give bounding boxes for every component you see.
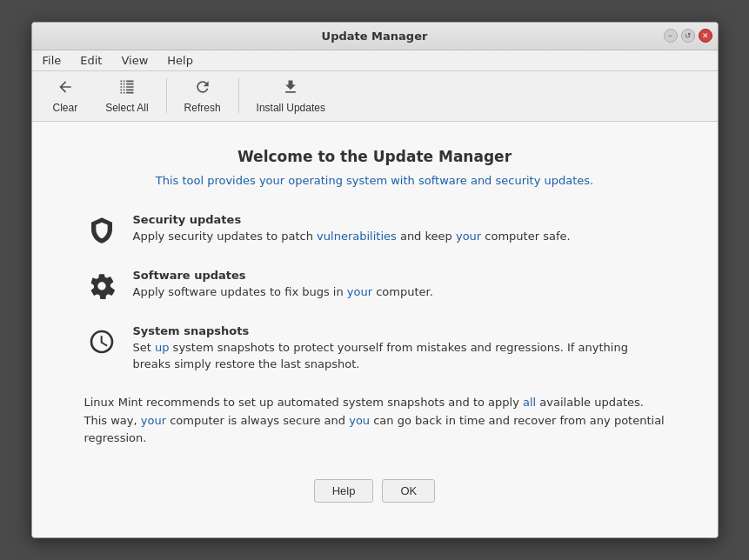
titlebar-controls: − ↺ ✕ — [664, 29, 712, 43]
main-content: Welcome to the Update Manager This tool … — [32, 122, 718, 537]
clear-button[interactable]: Clear — [39, 75, 92, 117]
menu-help[interactable]: Help — [162, 52, 198, 69]
menu-edit[interactable]: Edit — [75, 52, 107, 69]
security-updates-text: Security updates Apply security updates … — [133, 213, 571, 245]
install-updates-button[interactable]: Install Updates — [243, 75, 339, 117]
system-snapshots-icon — [84, 324, 119, 359]
snapshots-link: up — [155, 341, 170, 354]
install-updates-label: Install Updates — [257, 102, 325, 114]
welcome-subtitle-text1: This tool provides your operating system — [156, 174, 387, 187]
security-updates-item: Security updates Apply security updates … — [84, 213, 665, 248]
security-updates-icon — [84, 213, 119, 248]
menubar: File Edit View Help — [32, 50, 718, 71]
security-updates-title: Security updates — [133, 213, 571, 226]
menu-file[interactable]: File — [37, 52, 67, 69]
security-link: vulnerabilities — [317, 230, 397, 243]
software-updates-title: Software updates — [133, 269, 433, 282]
star-icon — [88, 272, 116, 300]
toolbar: Clear Select All Refresh Install Updates — [32, 71, 718, 122]
rec-link1: all — [523, 396, 536, 409]
titlebar: Update Manager − ↺ ✕ — [32, 23, 718, 50]
software-updates-icon — [84, 269, 119, 303]
close-button[interactable]: ✕ — [699, 29, 712, 43]
system-snapshots-text: System snapshots Set up system snapshots… — [133, 324, 665, 373]
clock-icon — [88, 328, 116, 356]
main-window: Update Manager − ↺ ✕ File Edit View Help… — [31, 22, 719, 538]
refresh-button[interactable]: Refresh — [171, 75, 235, 117]
clear-icon — [57, 78, 74, 100]
software-link: your — [347, 285, 372, 298]
separator-2 — [238, 78, 239, 113]
restore-button[interactable]: ↺ — [681, 29, 695, 43]
refresh-icon — [194, 78, 211, 100]
select-all-icon — [118, 78, 136, 100]
recommendation: Linux Mint recommends to set up automate… — [84, 394, 665, 448]
welcome-subtitle-text2: with software and security updates. — [387, 174, 593, 187]
install-updates-icon — [282, 78, 299, 100]
rec-link2: your — [141, 414, 166, 427]
separator-1 — [166, 78, 167, 113]
select-all-button[interactable]: Select All — [91, 75, 162, 117]
select-all-label: Select All — [105, 102, 148, 114]
clear-label: Clear — [53, 102, 78, 114]
software-updates-desc: Apply software updates to fix bugs in yo… — [133, 283, 433, 301]
minimize-button[interactable]: − — [664, 29, 678, 43]
menu-view[interactable]: View — [116, 52, 153, 69]
help-button[interactable]: Help — [314, 479, 374, 503]
window-title: Update Manager — [322, 30, 428, 43]
security-link2: your — [456, 230, 481, 243]
security-updates-desc: Apply security updates to patch vulnerab… — [133, 228, 571, 245]
dialog-buttons: Help OK — [84, 465, 665, 520]
shield-icon — [88, 217, 116, 244]
welcome-subtitle: This tool provides your operating system… — [84, 174, 665, 187]
system-snapshots-desc: Set up system snapshots to protect yours… — [133, 339, 665, 373]
software-updates-item: Software updates Apply software updates … — [84, 269, 665, 303]
rec-link3: you — [349, 414, 370, 427]
refresh-label: Refresh — [184, 102, 221, 114]
system-snapshots-item: System snapshots Set up system snapshots… — [84, 324, 665, 373]
software-updates-text: Software updates Apply software updates … — [133, 269, 433, 301]
ok-button[interactable]: OK — [382, 479, 435, 503]
system-snapshots-title: System snapshots — [133, 324, 665, 337]
welcome-title: Welcome to the Update Manager — [84, 148, 665, 165]
